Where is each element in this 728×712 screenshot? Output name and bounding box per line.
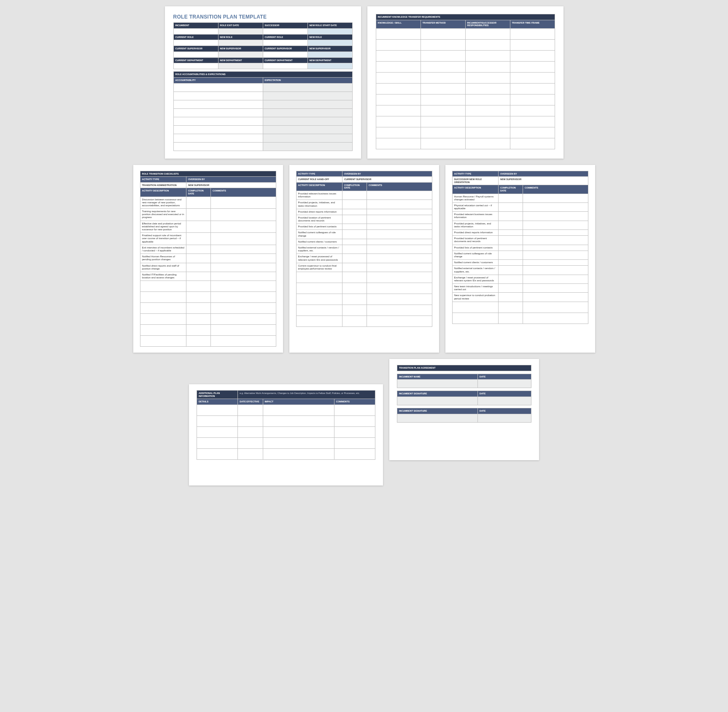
activity-description: Notified IT/Facilities of pending locati… [140, 272, 186, 280]
checklist-row: Finalized support role of incumbent over… [140, 233, 276, 245]
checklist-row: Notified current colleagues of role chan… [452, 251, 588, 259]
checklist-row: Provided lists of pertinent contacts [452, 245, 588, 251]
checklist-row: Notified direct reports and staff of pos… [140, 263, 276, 272]
template-page-7: TRANSITION PLAN AGREEMENT INCUMBENT NAME… [389, 359, 539, 460]
checklist-row: Provided direct reports information [452, 230, 588, 236]
checklist-row-blank [452, 313, 588, 324]
checklist-row: Effective date and probation period esta… [140, 221, 276, 233]
checklist-row: Provided relevant business issues inform… [452, 212, 588, 221]
agreement-row: INCUMBENT SIGNATUREDATE [397, 391, 531, 405]
checklist-row: Provided relevant business issues inform… [296, 191, 432, 200]
checklist-row: New supervisor to conduct probation peri… [452, 293, 588, 302]
section-accountabilities: ROLE ACCOUNTABILITIES & EXPECTATIONS [173, 72, 352, 78]
activity-description: Provided projects, initiatives, and task… [296, 200, 342, 209]
checklist-row-blank [296, 283, 432, 294]
activity-description: Provided relevant business issues inform… [452, 212, 498, 221]
checklist-row: Training requirements for new position d… [140, 209, 276, 221]
activity-description: New supervisor to conduct probation peri… [452, 293, 498, 302]
activity-description: Provided lists of pertinent contacts [452, 245, 498, 251]
checklist-row: Provided projects, initiatives, and task… [452, 221, 588, 229]
activity-description: New team introductions / meetings carrie… [452, 284, 498, 293]
template-page-1: ROLE TRANSITION PLAN TEMPLATE INCUMBENT … [165, 6, 361, 159]
checklist-row: Notified external contacts / vendors / s… [452, 266, 588, 275]
checklist-row: Provided projects, initiatives, and task… [296, 200, 432, 209]
hdr-successor: SUCCESSOR [263, 23, 307, 29]
section-checklists: ROLE TRANSITION CHECKLISTS [140, 171, 276, 177]
activity-description: Human Resource / Payroll systems changes… [452, 194, 498, 202]
checklist-row: Exit interview of incumbent scheduled / … [140, 245, 276, 254]
checklist-row: Provided location of pertinent documents… [296, 215, 432, 224]
accountabilities-table: ROLE ACCOUNTABILITIES & EXPECTATIONS ACC… [173, 71, 353, 151]
agreement-label-a: INCUMBENT SIGNATURE [397, 391, 478, 397]
checklist-row: Exchange / reset processed of relevant s… [296, 254, 432, 263]
agreement-label-a: INCUMBENT SIGNATURE [397, 408, 478, 414]
checklist-row: Exchange / reset processed of relevant s… [452, 275, 588, 283]
knowledge-transfer-table: INCUMBENT KNOWLEDGE TRANSFER REQUIREMENT… [376, 14, 555, 149]
checklist-row-blank [296, 305, 432, 316]
template-page-3: ROLE TRANSITION CHECKLISTS ACTIVITY TYPE… [133, 165, 283, 353]
hdr-exit-date: ROLE EXIT DATE [218, 23, 263, 29]
checklist-row: Physical relocation carried out – if app… [452, 202, 588, 211]
checklist-row-blank [296, 294, 432, 305]
checklist-row: Notified IT/Facilities of pending locati… [140, 272, 276, 280]
agreement-label-b: DATE [477, 408, 531, 414]
activity-description: Notified external contacts / vendors / s… [296, 245, 342, 254]
activity-description: Provided relevant business issues inform… [296, 191, 342, 200]
checklist-row: Discussion between successor and new man… [140, 197, 276, 209]
activity-description: Provided location of pertinent documents… [296, 215, 342, 224]
agreement-table: TRANSITION PLAN AGREEMENT [397, 365, 531, 371]
checklist-row: Notified external contacts / vendors / s… [296, 245, 432, 254]
activity-description: Physical relocation carried out – if app… [452, 202, 498, 211]
activity-description: Exchange / reset processed of relevant s… [452, 275, 498, 283]
checklist-row-blank [140, 292, 276, 303]
activity-description: Notified current clients / customers [452, 260, 498, 266]
template-page-6: ADDITIONAL PLAN INFORMATION e.g. Alterna… [189, 384, 383, 485]
checklist-row-blank [296, 272, 432, 283]
checklist-2-table: ACTIVITY TYPE OVERSEEN BY CURRENT ROLE H… [296, 171, 432, 327]
checklist-row: Provided direct reports information [296, 209, 432, 215]
activity-description: Provided direct reports information [452, 230, 498, 236]
hdr-incumbent: INCUMBENT [173, 23, 218, 29]
agreement-label-b: DATE [477, 391, 531, 397]
checklist-row: Notified current clients / customers [296, 239, 432, 245]
checklist-row-blank [140, 314, 276, 325]
section-agreement: TRANSITION PLAN AGREEMENT [397, 365, 531, 371]
activity-description: Notified current colleagues of role chan… [452, 251, 498, 259]
checklist-row-blank [140, 303, 276, 314]
activity-description: Exit interview of incumbent scheduled / … [140, 245, 186, 254]
checklist-row: Notified Human Resources of pending posi… [140, 254, 276, 263]
checklist-row-blank [140, 281, 276, 292]
activity-description: Provided projects, initiatives, and task… [452, 221, 498, 229]
activity-description: Notified Human Resources of pending posi… [140, 254, 186, 263]
checklist-3-table: ACTIVITY TYPE OVERSEEN BY SUCCESSOR NEW … [452, 171, 588, 324]
activity-description: Provided location of pertinent documents… [452, 236, 498, 245]
checklist-row: Current supervisor to conduct final empl… [296, 263, 432, 272]
activity-description: Provided direct reports information [296, 209, 342, 215]
section-additional-info: ADDITIONAL PLAN INFORMATION [197, 391, 238, 399]
checklist-row: Notified current clients / customers [452, 260, 588, 266]
template-page-2: INCUMBENT KNOWLEDGE TRANSFER REQUIREMENT… [367, 6, 564, 159]
hdr-start-date: NEW ROLE START DATE [307, 23, 352, 29]
template-page-4: ACTIVITY TYPE OVERSEEN BY CURRENT ROLE H… [289, 165, 439, 353]
checklist-row-blank [296, 316, 432, 327]
page-title: ROLE TRANSITION PLAN TEMPLATE [173, 14, 353, 20]
checklist-row: New team introductions / meetings carrie… [452, 284, 588, 293]
activity-description: Notified current clients / customers [296, 239, 342, 245]
activity-description: Provided lists of pertinent contacts [296, 224, 342, 230]
activity-description: Finalized support role of incumbent over… [140, 233, 186, 245]
activity-description: Notified external contacts / vendors / s… [452, 266, 498, 275]
checklist-row-blank [452, 302, 588, 313]
agreement-row: INCUMBENT SIGNATUREDATE [397, 408, 531, 423]
checklist-row: Notified current colleagues of role chan… [296, 230, 432, 239]
agreement-label-b: DATE [477, 374, 531, 380]
agreement-label-a: INCUMBENT NAME [397, 374, 478, 380]
template-page-5: ACTIVITY TYPE OVERSEEN BY SUCCESSOR NEW … [445, 165, 595, 353]
checklist-row: Human Resource / Payroll systems changes… [452, 194, 588, 202]
checklist-row-blank [140, 336, 276, 347]
checklist-1-table: ROLE TRANSITION CHECKLISTS ACTIVITY TYPE… [140, 171, 276, 347]
additional-info-table: ADDITIONAL PLAN INFORMATION e.g. Alterna… [197, 390, 375, 460]
activity-description: Notified current colleagues of role chan… [296, 230, 342, 239]
checklist-row: Provided lists of pertinent contacts [296, 224, 432, 230]
agreement-row: INCUMBENT NAMEDATE [397, 374, 531, 388]
role-header-table: INCUMBENT ROLE EXIT DATE SUCCESSOR NEW R… [173, 22, 353, 69]
